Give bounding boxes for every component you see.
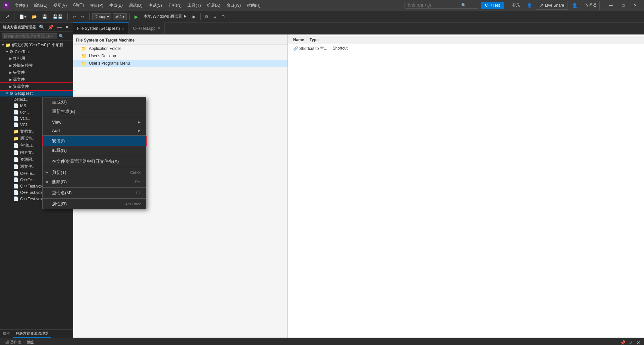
menu-item-4[interactable]: 项目(P) [87, 1, 106, 10]
run-label[interactable]: 本地 Windows 调试器 ▶ [142, 13, 190, 20]
extra-btn-2[interactable]: ≡ [212, 13, 218, 20]
tab-close-0[interactable]: ✕ [122, 27, 124, 30]
maximize-button[interactable]: □ [617, 0, 629, 11]
bottom-tabs-left: 错误列表输出 [3, 339, 38, 345]
sidebar-close-icon[interactable]: ✕ [64, 24, 70, 30]
content-area: File System (SetupTest)✕C++Test.cpp✕ Fil… [73, 23, 644, 338]
open-file-button[interactable]: 📂 [30, 13, 39, 20]
tree-icon: 📁 [5, 43, 11, 48]
tree-label: VCf... [20, 116, 30, 121]
live-share-button[interactable]: ↗ Live Share [536, 1, 568, 10]
undo-button[interactable]: ↩ [70, 13, 78, 20]
menu-item-7[interactable]: 测试(S) [146, 1, 165, 10]
toolbar-sep-3 [89, 13, 90, 20]
ctx-item-9[interactable]: 重命名(M)F2 [43, 188, 146, 198]
menu-item-0[interactable]: 文件(F) [12, 1, 31, 10]
config-dropdown[interactable]: Debug ▾ [92, 13, 111, 20]
menu-item-8[interactable]: 分析(N) [165, 1, 184, 10]
tree-item-source[interactable]: ▶源文件 [0, 76, 73, 83]
menu-item-3[interactable]: Git(G) [70, 1, 87, 10]
fs-item-1[interactable]: 📁User's Desktop [73, 52, 287, 60]
redo-button[interactable]: ↪ [79, 13, 87, 20]
tab-bar: File System (SetupTest)✕C++Test.cpp✕ [73, 23, 644, 34]
ctx-item-2[interactable]: View▶ [43, 118, 146, 126]
props-row-0[interactable]: 🔗 Shortcut to 主...Shortcut [288, 44, 644, 53]
minimize-button[interactable]: — [605, 0, 617, 11]
menu-item-1[interactable]: 编辑(E) [31, 1, 50, 10]
admin-button[interactable]: 管理员 [582, 1, 600, 10]
search-box[interactable]: 🔍 [405, 2, 478, 9]
ctx-item-0[interactable]: 生成(U) [43, 97, 146, 107]
bottom-pin-icon[interactable]: 📌 [619, 340, 627, 345]
props-rows: 🔗 Shortcut to 主...Shortcut [288, 44, 644, 53]
sidebar-collapse-icon[interactable]: — [56, 24, 63, 30]
ctx-item-4[interactable]: 安装(I) [43, 136, 146, 146]
ctx-item-1[interactable]: 重新生成(E) [43, 107, 146, 116]
sidebar-tab-solution-explorer[interactable]: 解决方案资源管理器 [13, 330, 51, 338]
tab-close-1[interactable]: ✕ [158, 26, 160, 30]
tree-item-setuptest[interactable]: ▼⚙SetupTest [0, 90, 73, 96]
sidebar-search-input[interactable] [2, 33, 57, 39]
tree-arrow: ▶ [9, 85, 12, 88]
new-file-button[interactable]: 📄+ [17, 13, 29, 20]
fs-item-2[interactable]: 📁User's Programs Menu [73, 60, 287, 67]
toolbar-sep-4 [129, 13, 130, 20]
bottom-tab-1[interactable]: 输出 [24, 339, 38, 345]
ctx-item-7[interactable]: ✂剪切(T)Ctrl+X [43, 168, 146, 177]
git-branch-button[interactable]: ⎇ [3, 13, 11, 20]
ctx-item-6[interactable]: 在文件资源管理器中打开文件夹(X) [43, 157, 146, 166]
menu-item-5[interactable]: 生成(B) [107, 1, 125, 10]
ctx-shortcut-10: Alt+Enter [125, 202, 141, 206]
tree-item-solution[interactable]: ▼📁解决方案 'C++Test' (2 个项目 [0, 42, 73, 49]
sidebar-search-icon[interactable]: 🔍 [38, 24, 46, 30]
tab-1[interactable]: C++Test.cpp✕ [129, 22, 164, 34]
ctx-label-5: 卸载(N) [52, 147, 67, 153]
login-button[interactable]: 登录 [509, 1, 523, 10]
extra-btn-1[interactable]: ⧉ [203, 13, 210, 20]
bottom-close-icon[interactable]: ✕ [635, 340, 641, 345]
tree-icon: 📄 [13, 116, 19, 121]
ctx-item-3[interactable]: Add▶ [43, 126, 146, 135]
tree-item-resource[interactable]: ▶资源文件 [0, 83, 73, 90]
sidebar-pin-icon[interactable]: 📌 [47, 24, 55, 30]
menu-item-9[interactable]: 工具(T) [185, 1, 203, 10]
ctx-item-8[interactable]: ✕删除(D)Del [43, 177, 146, 187]
ctx-item-5[interactable]: 卸载(N) [43, 146, 146, 155]
tree-arrow: ▼ [1, 43, 5, 47]
save-button[interactable]: 💾 [40, 13, 49, 20]
bottom-expand-icon[interactable]: ⤢ [628, 340, 634, 345]
search-input[interactable] [408, 3, 461, 8]
run-extra-button[interactable]: ▶ [191, 13, 198, 20]
menu-item-2[interactable]: 视图(V) [51, 1, 69, 10]
run-button[interactable]: ▶ [132, 13, 140, 20]
fs-item-0[interactable]: 📁Application Folder [73, 45, 287, 52]
close-button[interactable]: ✕ [629, 0, 641, 11]
project-label[interactable]: C++Test [481, 2, 504, 9]
tree-label: 解决方案 'C++Test' (2 个项目 [12, 42, 64, 48]
sidebar-tab-properties[interactable]: 属性 [0, 330, 13, 338]
tree-item-headers[interactable]: ▶头文件 [0, 69, 73, 76]
menu-item-11[interactable]: 窗口(W) [224, 1, 244, 10]
ctx-label-10: 属性(R) [52, 201, 67, 207]
sidebar-search-bar[interactable]: 🔍 [0, 32, 73, 41]
bottom-tab-0[interactable]: 错误列表 [3, 339, 24, 345]
tree-item-cpptest[interactable]: ▼⚙C++Test [0, 49, 73, 55]
ctx-item-10[interactable]: 属性(R)Alt+Enter [43, 199, 146, 209]
tree-label: 源文件... [20, 164, 36, 169]
tree-item-ref[interactable]: ▶◻ 引用 [0, 55, 73, 62]
menu-item-6[interactable]: 调试(D) [126, 1, 145, 10]
ctx-sep-after-9 [43, 198, 146, 199]
sidebar-search-go-icon[interactable]: 🔍 [59, 34, 64, 39]
ctx-label-0: 生成(U) [52, 99, 67, 105]
toolbar: ⎇ 📄+ 📂 💾 💾💾 ↩ ↪ Debug ▾ x64 ▾ ▶ 本地 Windo… [0, 11, 644, 23]
tree-item-external[interactable]: ▶外部依赖项 [0, 62, 73, 69]
title-bar: M 文件(F)编辑(E)视图(V)Git(G)项目(P)生成(B)调试(D)测试… [0, 0, 644, 11]
fs-items: 📁Application Folder📁User's Desktop📁User'… [73, 45, 287, 67]
menu-item-12[interactable]: 帮助(H) [244, 1, 263, 10]
tab-0[interactable]: File System (SetupTest)✕ [73, 22, 129, 34]
platform-dropdown[interactable]: x64 ▾ [113, 13, 126, 20]
save-all-button[interactable]: 💾💾 [51, 13, 65, 20]
extra-btn-3[interactable]: ⊡ [219, 13, 227, 20]
ctx-icon-8: ✕ [45, 180, 49, 184]
menu-item-10[interactable]: 扩展(X) [204, 1, 223, 10]
